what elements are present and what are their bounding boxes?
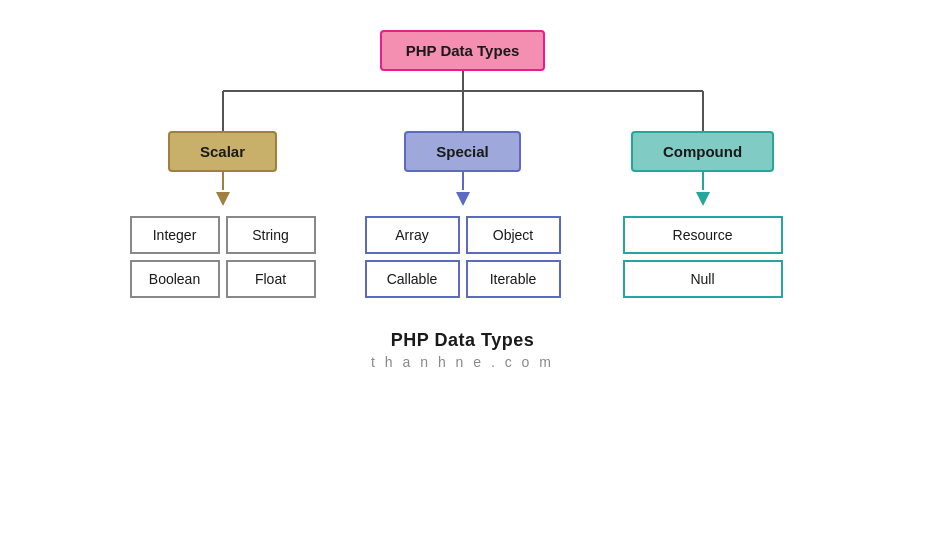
footer-title: PHP Data Types — [371, 330, 554, 351]
list-item: Callable — [365, 260, 460, 298]
scalar-branch: Scalar Integer String Boolean Float — [113, 131, 333, 298]
list-item: Null — [623, 260, 783, 298]
special-node: Special — [404, 131, 521, 172]
list-item: Boolean — [130, 260, 220, 298]
list-item: Array — [365, 216, 460, 254]
special-branch: Special Array Object Callable Iterable — [353, 131, 573, 298]
list-item: String — [226, 216, 316, 254]
list-item: Resource — [623, 216, 783, 254]
scalar-items: Integer String Boolean Float — [130, 216, 316, 298]
footer-url: t h a n h n e . c o m — [371, 354, 554, 370]
compound-node: Compound — [631, 131, 774, 172]
special-arrow — [456, 192, 470, 206]
compound-branch: Compound Resource Null — [593, 131, 813, 298]
list-item: Integer — [130, 216, 220, 254]
special-items: Array Object Callable Iterable — [365, 216, 561, 298]
footer: PHP Data Types t h a n h n e . c o m — [371, 330, 554, 370]
root-node: PHP Data Types — [380, 30, 546, 71]
list-item: Iterable — [466, 260, 561, 298]
scalar-node: Scalar — [168, 131, 277, 172]
scalar-vline — [222, 172, 224, 190]
connector-lines — [113, 71, 813, 131]
diagram-container: PHP Data Types Scalar Integer String Boo… — [0, 0, 925, 370]
compound-vline — [702, 172, 704, 190]
compound-arrow — [696, 192, 710, 206]
compound-items: Resource Null — [623, 216, 783, 298]
list-item: Float — [226, 260, 316, 298]
scalar-arrow — [216, 192, 230, 206]
list-item: Object — [466, 216, 561, 254]
level1-row: Scalar Integer String Boolean Float Spec… — [113, 131, 813, 298]
special-vline — [462, 172, 464, 190]
